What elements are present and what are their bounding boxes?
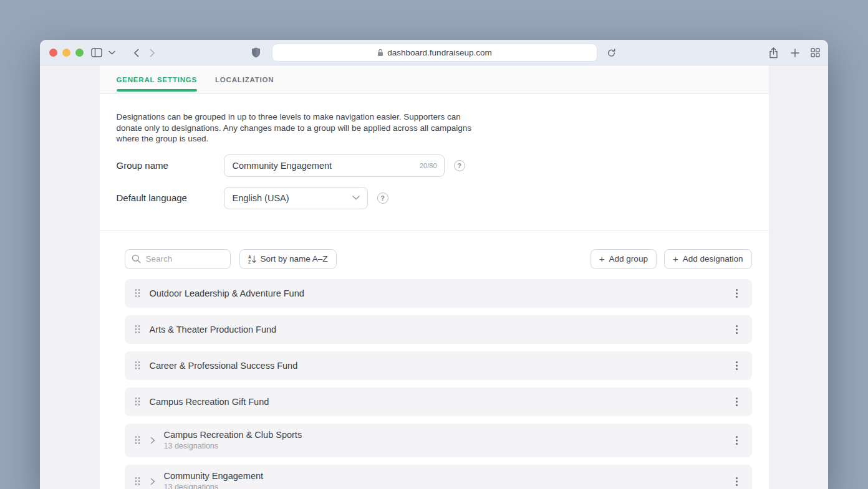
minimize-window-button[interactable]	[62, 49, 70, 57]
group-name-row: Group name 20/80 ?	[117, 154, 752, 177]
list-item-title: Campus Recreation & Club Sports	[164, 430, 302, 440]
list-item-title: Community Engagement	[164, 471, 264, 481]
lock-icon	[377, 49, 383, 57]
list-item[interactable]: Arts & Theater Production Fund	[125, 315, 752, 344]
kebab-menu-button[interactable]	[732, 288, 742, 298]
list-item-group[interactable]: Community Engagement 13 designations	[125, 465, 752, 489]
chevron-down-icon	[352, 196, 360, 200]
plus-icon: +	[599, 254, 605, 263]
search-icon	[132, 254, 141, 263]
list-item-text: Community Engagement 13 designations	[164, 471, 264, 489]
browser-window: dashboard.fundraiseup.com	[40, 40, 828, 489]
search-wrap	[125, 249, 231, 269]
new-tab-icon[interactable]	[789, 40, 801, 65]
list-item[interactable]: Outdoor Leadership & Adventure Fund	[125, 279, 752, 308]
list-item-text: Campus Recreation & Club Sports 13 desig…	[164, 430, 302, 450]
tab-overview-icon[interactable]	[809, 40, 821, 65]
back-button-icon[interactable]	[131, 40, 141, 65]
default-language-help-icon[interactable]: ?	[377, 192, 388, 204]
expand-chevron-icon[interactable]	[150, 437, 155, 444]
list-item-subtitle: 13 designations	[164, 442, 302, 450]
svg-text:Z: Z	[248, 259, 251, 263]
description-text: Designations can be grouped in up to thr…	[117, 112, 477, 145]
reload-icon[interactable]	[605, 40, 617, 65]
list-item-title: Arts & Theater Production Fund	[150, 325, 277, 335]
sidebar-toggle-icon[interactable]	[90, 40, 104, 65]
kebab-menu-button[interactable]	[732, 361, 742, 371]
list-controls: A Z Sort by name A–Z + Add group	[125, 249, 752, 269]
list-item-title: Career & Professional Success Fund	[150, 361, 298, 371]
group-name-input-wrap: 20/80	[224, 154, 445, 177]
group-name-help-icon[interactable]: ?	[454, 160, 465, 171]
chevron-down-icon[interactable]	[107, 40, 117, 65]
sort-button-label: Sort by name A–Z	[261, 254, 328, 263]
add-group-button[interactable]: + Add group	[591, 249, 657, 269]
add-designation-button[interactable]: + Add designation	[664, 249, 752, 269]
sort-button[interactable]: A Z Sort by name A–Z	[239, 249, 337, 269]
add-designation-label: Add designation	[683, 254, 743, 263]
kebab-menu-button[interactable]	[732, 397, 742, 407]
share-icon[interactable]	[767, 40, 779, 65]
expand-chevron-icon[interactable]	[150, 478, 155, 485]
default-language-row: Default language English (USA) ?	[117, 187, 752, 209]
tab-localization-label: LOCALIZATION	[215, 76, 274, 83]
kebab-menu-button[interactable]	[732, 477, 742, 487]
tab-general-settings[interactable]: GENERAL SETTINGS	[117, 65, 198, 93]
drag-handle-icon[interactable]	[135, 436, 140, 444]
forward-button-icon[interactable]	[147, 40, 157, 65]
kebab-menu-button[interactable]	[732, 325, 742, 335]
window-controls	[49, 49, 84, 57]
settings-card: GENERAL SETTINGS LOCALIZATION Designatio…	[100, 65, 769, 489]
group-name-label: Group name	[117, 160, 224, 171]
drag-handle-icon[interactable]	[135, 361, 140, 369]
plus-icon: +	[673, 254, 678, 263]
default-language-label: Default language	[117, 192, 224, 203]
list-item-title: Outdoor Leadership & Adventure Fund	[150, 288, 304, 298]
general-settings-section: Designations can be grouped in up to thr…	[100, 94, 769, 230]
kebab-menu-button[interactable]	[732, 435, 742, 445]
browser-toolbar: dashboard.fundraiseup.com	[40, 40, 828, 65]
drag-handle-icon[interactable]	[135, 397, 140, 406]
tab-general-settings-label: GENERAL SETTINGS	[117, 76, 198, 83]
list-item-title: Campus Recreation Gift Fund	[150, 397, 269, 407]
svg-text:A: A	[248, 255, 251, 259]
address-bar[interactable]: dashboard.fundraiseup.com	[272, 44, 597, 61]
privacy-shield-icon[interactable]	[249, 40, 262, 65]
designations-section: A Z Sort by name A–Z + Add group	[100, 230, 769, 489]
drag-handle-icon[interactable]	[135, 289, 140, 297]
close-window-button[interactable]	[49, 49, 57, 57]
tab-bar: GENERAL SETTINGS LOCALIZATION	[100, 65, 769, 94]
page-background: GENERAL SETTINGS LOCALIZATION Designatio…	[40, 65, 828, 489]
tab-localization[interactable]: LOCALIZATION	[215, 65, 274, 93]
list-item[interactable]: Campus Recreation Gift Fund	[125, 387, 752, 416]
drag-handle-icon[interactable]	[135, 325, 140, 333]
drag-handle-icon[interactable]	[135, 477, 140, 485]
list-item-subtitle: 13 designations	[164, 483, 264, 489]
url-text: dashboard.fundraiseup.com	[387, 48, 491, 57]
default-language-value: English (USA)	[233, 193, 289, 203]
list-item[interactable]: Career & Professional Success Fund	[125, 351, 752, 380]
list-item-group[interactable]: Campus Recreation & Club Sports 13 desig…	[125, 424, 752, 457]
character-counter: 20/80	[420, 162, 437, 169]
active-tab-underline	[117, 89, 198, 92]
default-language-select[interactable]: English (USA)	[224, 187, 368, 209]
fullscreen-window-button[interactable]	[75, 49, 84, 57]
sort-az-icon: A Z	[248, 255, 256, 263]
add-group-label: Add group	[609, 254, 648, 263]
group-name-input[interactable]	[224, 154, 445, 177]
